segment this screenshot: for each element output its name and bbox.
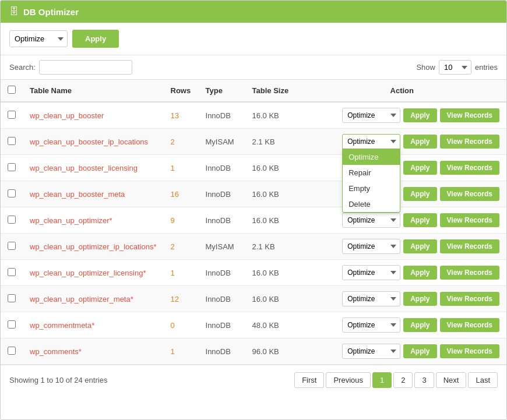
pagination-page-1[interactable]: 1 (372, 372, 392, 388)
row-view-records-button[interactable]: View Records (440, 135, 499, 149)
table-row: wp_clean_up_optimizer_ip_locations*2MyIS… (1, 234, 506, 260)
row-checkbox[interactable] (8, 163, 16, 171)
row-checkbox[interactable] (8, 216, 16, 224)
col-type: Type (199, 80, 245, 103)
row-checkbox[interactable] (8, 242, 16, 250)
show-entries-select[interactable]: 10 25 50 100 (439, 60, 471, 75)
action-select[interactable]: Optimize Repair Empty Delete (342, 213, 400, 228)
cell-name: wp_clean_up_optimizer_licensing* (23, 260, 164, 286)
row-view-records-button[interactable]: View Records (440, 266, 499, 280)
cell-type: InnoDB (199, 102, 245, 129)
cell-type: MyISAM (199, 129, 245, 155)
table-row: wp_clean_up_optimizer*9InnoDB16.0 KB Opt… (1, 207, 506, 234)
cell-name: wp_clean_up_booster_ip_locations (23, 129, 164, 155)
row-apply-button[interactable]: Apply (403, 108, 436, 122)
table-row: wp_clean_up_optimizer_licensing*1InnoDB1… (1, 260, 506, 286)
global-action-select[interactable]: Optimize Repair Empty Delete (9, 30, 68, 47)
row-view-records-button[interactable]: View Records (440, 213, 499, 227)
row-apply-button[interactable]: Apply (403, 266, 436, 280)
row-view-records-button[interactable]: View Records (440, 108, 499, 122)
row-apply-button[interactable]: Apply (403, 213, 436, 227)
row-apply-button[interactable]: Apply (403, 239, 436, 253)
action-select-open[interactable]: Optimize Repair Empty Delete (342, 134, 400, 149)
action-select[interactable]: Optimize Repair Empty Delete (342, 108, 400, 123)
row-view-records-button[interactable]: View Records (440, 187, 499, 201)
cell-type: InnoDB (199, 155, 245, 181)
cell-size: 16.0 KB (245, 102, 298, 129)
table-name-link[interactable]: wp_clean_up_booster_ip_locations (30, 137, 148, 146)
cell-name: wp_clean_up_booster (23, 102, 164, 129)
table-name-link[interactable]: wp_clean_up_booster_meta (30, 190, 125, 199)
action-select[interactable]: Optimize Repair Empty Delete (342, 344, 400, 359)
cell-rows: 12 (164, 286, 199, 312)
table-name-link[interactable]: wp_clean_up_optimizer* (30, 216, 112, 225)
col-size: Table Size (245, 80, 298, 103)
row-checkbox[interactable] (8, 111, 16, 119)
row-checkbox[interactable] (8, 294, 16, 302)
row-apply-button[interactable]: Apply (403, 187, 436, 201)
row-apply-button[interactable]: Apply (403, 318, 436, 332)
row-checkbox[interactable] (8, 137, 16, 145)
action-select[interactable]: Optimize Repair Empty Delete (342, 291, 400, 306)
table-name-link[interactable]: wp_comments* (30, 347, 82, 356)
row-apply-button[interactable]: Apply (403, 292, 436, 306)
table-name-link[interactable]: wp_clean_up_booster_licensing (30, 164, 138, 172)
cell-action: Optimize Repair Empty Delete Apply View … (298, 155, 506, 181)
table-name-link[interactable]: wp_clean_up_optimizer_licensing* (30, 269, 146, 277)
pagination-next[interactable]: Next (436, 372, 467, 388)
select-all-checkbox[interactable] (8, 86, 16, 94)
cell-size: 2.1 KB (245, 129, 298, 155)
table-name-link[interactable]: wp_clean_up_optimizer_meta* (30, 295, 133, 303)
footer-row: Showing 1 to 10 of 24 entries First Prev… (1, 365, 506, 395)
row-checkbox[interactable] (8, 347, 16, 355)
toolbar: Optimize Repair Empty Delete Apply (1, 23, 506, 55)
dropdown-option-delete[interactable]: Delete (343, 196, 400, 212)
cell-action: Optimize Repair Empty Delete Apply View … (298, 181, 506, 207)
pagination-first[interactable]: First (294, 372, 324, 388)
pagination-page-2[interactable]: 2 (393, 372, 413, 388)
dropdown-option-empty[interactable]: Empty (343, 181, 400, 196)
cell-rows: 1 (164, 338, 199, 365)
table-row: wp_clean_up_booster_ip_locations2MyISAM2… (1, 129, 506, 155)
table-name-link[interactable]: wp_clean_up_optimizer_ip_locations* (30, 242, 157, 251)
row-apply-button[interactable]: Apply (403, 344, 436, 358)
table-header-row: Table Name Rows Type Table Size Action (1, 80, 506, 103)
row-view-records-button[interactable]: View Records (440, 344, 499, 358)
app-window: 🗄 DB Optimizer Optimize Repair Empty Del… (0, 0, 507, 420)
cell-name: wp_clean_up_optimizer_ip_locations* (23, 234, 164, 260)
pagination-page-3[interactable]: 3 (414, 372, 434, 388)
table-row: wp_clean_up_booster_meta16InnoDB16.0 KB … (1, 181, 506, 207)
row-view-records-button[interactable]: View Records (440, 239, 499, 253)
cell-name: wp_clean_up_booster_licensing (23, 155, 164, 181)
row-apply-button[interactable]: Apply (403, 135, 436, 149)
action-select[interactable]: Optimize Repair Empty Delete (342, 239, 400, 254)
db-icon: 🗄 (9, 6, 19, 17)
action-group: Optimize Repair Empty Delete Apply View … (305, 265, 499, 280)
row-view-records-button[interactable]: View Records (440, 161, 499, 175)
row-checkbox[interactable] (8, 268, 16, 276)
dropdown-option-optimize[interactable]: Optimize (343, 149, 400, 165)
pagination-previous[interactable]: Previous (326, 372, 371, 388)
search-group: Search: (9, 60, 132, 75)
action-select[interactable]: Optimize Repair Empty Delete (342, 265, 400, 280)
action-select[interactable]: Optimize Repair Empty Delete (342, 317, 400, 333)
entries-label: entries (475, 63, 498, 72)
row-view-records-button[interactable]: View Records (440, 318, 499, 332)
cell-size: 16.0 KB (245, 155, 298, 181)
search-row: Search: Show 10 25 50 100 entries (1, 55, 506, 79)
dropdown-option-repair[interactable]: Repair (343, 165, 400, 181)
row-checkbox[interactable] (8, 320, 16, 329)
row-apply-button[interactable]: Apply (403, 161, 436, 175)
cell-rows: 16 (164, 181, 199, 207)
row-checkbox[interactable] (8, 189, 16, 197)
table-name-link[interactable]: wp_commentmeta* (30, 321, 94, 330)
cell-size: 48.0 KB (245, 312, 298, 338)
show-group: Show 10 25 50 100 entries (416, 60, 498, 75)
cell-rows: 2 (164, 129, 199, 155)
search-input[interactable] (39, 60, 132, 75)
row-view-records-button[interactable]: View Records (440, 292, 499, 306)
pagination-last[interactable]: Last (468, 372, 498, 388)
table-row: wp_clean_up_booster_licensing1InnoDB16.0… (1, 155, 506, 181)
table-name-link[interactable]: wp_clean_up_booster (30, 111, 104, 120)
global-apply-button[interactable]: Apply (72, 30, 119, 48)
